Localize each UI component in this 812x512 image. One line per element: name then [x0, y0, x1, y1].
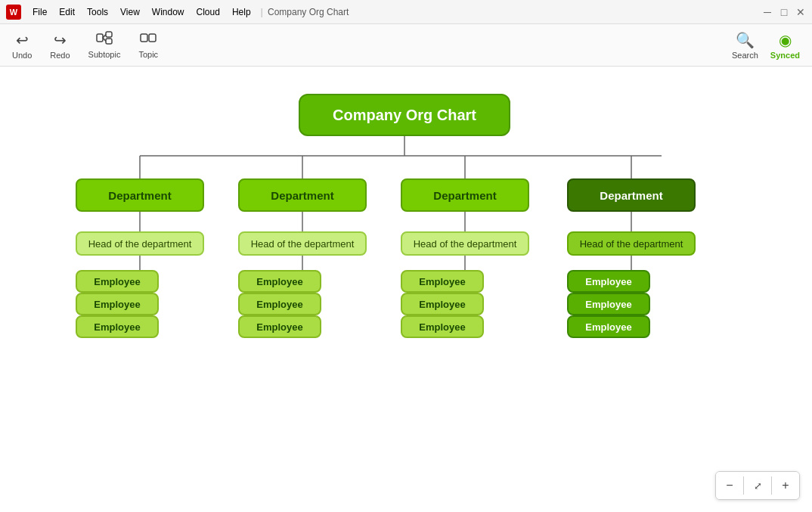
dept-4-emp-2-node[interactable]: Employee — [567, 293, 650, 315]
search-button[interactable]: 🔍 Search — [732, 31, 758, 60]
dept-2-head-node[interactable]: Head of the department — [238, 231, 367, 256]
menu-window[interactable]: Window — [147, 5, 190, 20]
subtopic-label: Subtopic — [88, 50, 121, 59]
redo-label: Redo — [50, 51, 70, 60]
undo-label: Undo — [12, 51, 32, 60]
dept-3-node[interactable]: Department — [401, 178, 529, 212]
dept-4-emp-3-node[interactable]: Employee — [567, 315, 650, 338]
search-icon: 🔍 — [736, 31, 755, 49]
dept-2-emp-3-node[interactable]: Employee — [238, 315, 321, 338]
dept-1-emp-1-node[interactable]: Employee — [76, 270, 159, 293]
topic-label: Topic — [138, 50, 158, 59]
dept-2-node[interactable]: Department — [238, 178, 367, 212]
redo-button[interactable]: ↪ Redo — [50, 31, 70, 60]
menu-bar[interactable]: File Edit Tools View Window Cloud Help — [27, 5, 256, 20]
dept-4-emp-1-node[interactable]: Employee — [567, 270, 650, 293]
menu-tools[interactable]: Tools — [82, 5, 113, 20]
undo-button[interactable]: ↩ Undo — [12, 31, 32, 60]
close-button[interactable]: ✕ — [795, 7, 806, 17]
dept-3-emp-2-node[interactable]: Employee — [401, 293, 484, 315]
topic-icon — [140, 31, 157, 48]
maximize-button[interactable]: □ — [779, 7, 789, 17]
menu-file[interactable]: File — [27, 5, 52, 20]
redo-icon: ↪ — [54, 31, 67, 49]
dept-1-head-node[interactable]: Head of the department — [76, 231, 204, 256]
svg-rect-2 — [106, 39, 112, 44]
svg-rect-6 — [149, 34, 156, 42]
zoom-controls: − ⤢ + — [715, 471, 800, 500]
zoom-fit-button[interactable]: ⤢ — [744, 472, 771, 499]
toolbar: ↩ Undo ↪ Redo Subtopic Topic 🔍 Search ◉ … — [0, 24, 812, 67]
subtopic-button[interactable]: Subtopic — [88, 31, 121, 59]
synced-icon: ◉ — [779, 31, 792, 49]
svg-rect-0 — [97, 34, 103, 42]
zoom-out-button[interactable]: − — [716, 472, 743, 499]
minimize-button[interactable]: ─ — [762, 7, 773, 17]
menu-view[interactable]: View — [115, 5, 145, 20]
undo-icon: ↩ — [16, 31, 29, 49]
dept-1-node[interactable]: Department — [76, 178, 204, 212]
window-title: Company Org Chart — [268, 7, 349, 17]
dept-3-emp-1-node[interactable]: Employee — [401, 270, 484, 293]
toolbar-right: 🔍 Search ◉ Synced — [732, 31, 800, 60]
menu-cloud[interactable]: Cloud — [191, 5, 225, 20]
dept-2-emp-1-node[interactable]: Employee — [238, 270, 321, 293]
dept-3-head-node[interactable]: Head of the department — [401, 231, 529, 256]
window-controls[interactable]: ─ □ ✕ — [762, 7, 806, 17]
zoom-in-button[interactable]: + — [772, 472, 799, 499]
dept-1-emp-2-node[interactable]: Employee — [76, 293, 159, 315]
menu-edit[interactable]: Edit — [54, 5, 80, 20]
dept-1-emp-3-node[interactable]: Employee — [76, 315, 159, 338]
menu-help[interactable]: Help — [227, 5, 256, 20]
topic-button[interactable]: Topic — [138, 31, 158, 59]
root-node[interactable]: Company Org Chart — [299, 94, 510, 136]
dept-4-node[interactable]: Department — [567, 178, 696, 212]
dept-4-head-node[interactable]: Head of the department — [567, 231, 696, 256]
dept-3-emp-3-node[interactable]: Employee — [401, 315, 484, 338]
synced-button[interactable]: ◉ Synced — [770, 31, 800, 60]
svg-rect-5 — [141, 34, 147, 42]
subtopic-icon — [96, 31, 113, 48]
synced-label: Synced — [770, 51, 800, 60]
title-bar: W File Edit Tools View Window Cloud Help… — [0, 0, 812, 24]
svg-rect-1 — [106, 32, 112, 37]
canvas: Company Org Chart Department Head of the… — [0, 67, 812, 512]
search-label: Search — [732, 51, 758, 60]
dept-2-emp-2-node[interactable]: Employee — [238, 293, 321, 315]
app-logo: W — [6, 5, 21, 20]
